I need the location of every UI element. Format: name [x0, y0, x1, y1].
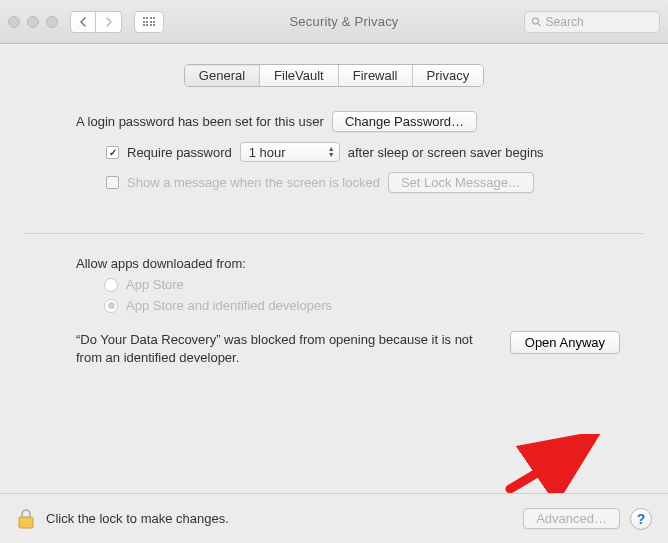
login-password-text: A login password has been set for this u…	[76, 114, 324, 129]
tabs-container: General FileVault Firewall Privacy	[0, 44, 668, 87]
advanced-button[interactable]: Advanced…	[523, 508, 620, 529]
show-all-button[interactable]	[134, 11, 164, 33]
titlebar: Security & Privacy	[0, 0, 668, 44]
search-field[interactable]	[524, 11, 660, 33]
require-password-delay-select[interactable]: 1 hour ▲▼	[240, 142, 340, 162]
require-password-label: Require password	[127, 145, 232, 160]
allow-apps-heading: Allow apps downloaded from:	[76, 256, 644, 271]
after-sleep-text: after sleep or screen saver begins	[348, 145, 544, 160]
require-password-checkbox[interactable]	[106, 146, 119, 159]
blocked-app-message: “Do Your Data Recovery” was blocked from…	[76, 331, 498, 366]
change-password-button[interactable]: Change Password…	[332, 111, 477, 132]
tabs: General FileVault Firewall Privacy	[184, 64, 484, 87]
svg-line-1	[538, 23, 541, 26]
forward-button[interactable]	[96, 11, 122, 33]
annotation-arrow-icon	[498, 434, 603, 494]
nav-group	[70, 11, 122, 33]
lock-icon[interactable]	[16, 507, 36, 531]
allow-appstore-row: App Store	[104, 277, 644, 292]
svg-rect-2	[19, 517, 33, 528]
show-message-row: Show a message when the screen is locked…	[106, 172, 644, 193]
allow-appstore-label: App Store	[126, 277, 184, 292]
minimize-window-icon[interactable]	[27, 16, 39, 28]
allow-identified-row: App Store and identified developers	[104, 298, 644, 313]
back-button[interactable]	[70, 11, 96, 33]
show-message-checkbox[interactable]	[106, 176, 119, 189]
allow-identified-label: App Store and identified developers	[126, 298, 332, 313]
require-password-delay-value: 1 hour	[249, 145, 286, 160]
close-window-icon[interactable]	[8, 16, 20, 28]
show-message-label: Show a message when the screen is locked	[127, 175, 380, 190]
window-title: Security & Privacy	[170, 14, 518, 29]
tab-general[interactable]: General	[185, 65, 260, 86]
login-password-row: A login password has been set for this u…	[76, 111, 644, 132]
allow-apps-section: Allow apps downloaded from: App Store Ap…	[24, 256, 644, 313]
content-area: General FileVault Firewall Privacy A log…	[0, 44, 668, 493]
tab-privacy[interactable]: Privacy	[413, 65, 484, 86]
search-input[interactable]	[546, 15, 653, 29]
allow-appstore-radio	[104, 278, 118, 292]
help-button[interactable]: ?	[630, 508, 652, 530]
blocked-app-row: “Do Your Data Recovery” was blocked from…	[24, 331, 644, 366]
tab-filevault[interactable]: FileVault	[260, 65, 339, 86]
set-lock-message-button: Set Lock Message…	[388, 172, 534, 193]
tab-firewall[interactable]: Firewall	[339, 65, 413, 86]
require-password-row: Require password 1 hour ▲▼ after sleep o…	[106, 142, 644, 162]
select-arrows-icon: ▲▼	[328, 146, 335, 158]
search-icon	[531, 16, 542, 28]
window-controls	[8, 16, 58, 28]
section-divider	[24, 233, 644, 234]
open-anyway-button[interactable]: Open Anyway	[510, 331, 620, 354]
grid-icon	[143, 17, 156, 26]
allow-identified-radio	[104, 299, 118, 313]
general-panel: A login password has been set for this u…	[0, 87, 668, 366]
zoom-window-icon[interactable]	[46, 16, 58, 28]
footer: Click the lock to make changes. Advanced…	[0, 493, 668, 543]
lock-text: Click the lock to make changes.	[46, 511, 513, 526]
